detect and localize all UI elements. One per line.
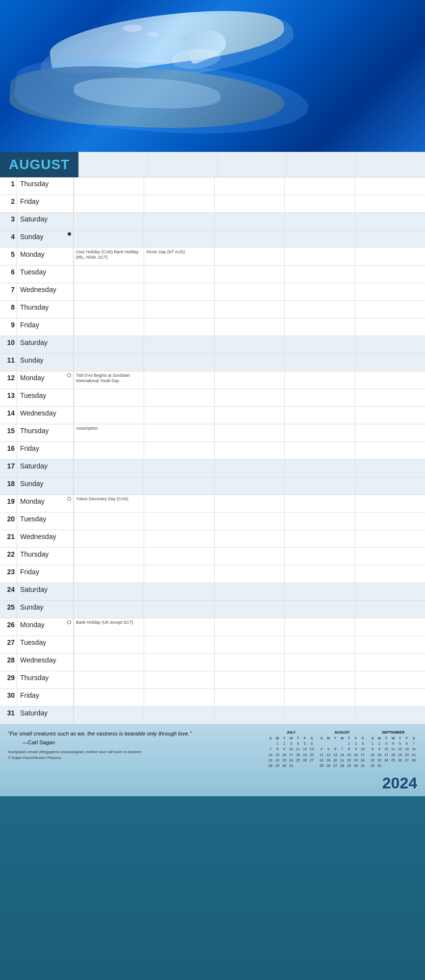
mini-cal-cell: 22 — [274, 758, 281, 763]
mini-cal-header: S — [267, 735, 274, 741]
event-cell-11-0 — [74, 354, 144, 371]
mini-cal-cell — [295, 763, 301, 768]
event-cell-24-2 — [214, 583, 284, 600]
event-cell-21-4 — [355, 530, 425, 547]
mini-cal-header: M — [325, 735, 332, 741]
day-name-28: Wednesday — [17, 654, 74, 671]
event-cell-2-2 — [214, 195, 284, 212]
mini-cal-cell: 17 — [383, 752, 390, 758]
event-cell-1-4 — [355, 177, 425, 195]
event-cell-8-4 — [355, 301, 425, 318]
event-cell-11-1 — [144, 354, 214, 371]
mini-cal-cell: 13 — [308, 746, 315, 752]
mini-cal-cell: 17 — [288, 752, 295, 758]
event-cell-13-3 — [284, 389, 354, 406]
event-cell-7-1 — [144, 283, 214, 300]
quote-text: "For small creatures such as we, the vas… — [8, 730, 259, 737]
day-cells-16 — [74, 442, 425, 459]
mini-cal-cell: 8 — [274, 746, 281, 752]
event-cell-28-1 — [144, 654, 214, 671]
event-cell-15-3 — [284, 424, 354, 441]
event-cell-26-1 — [144, 618, 214, 636]
day-name-2: Friday — [17, 195, 74, 212]
event-cell-21-2 — [214, 530, 284, 547]
day-name-11: Sunday — [17, 354, 74, 371]
cal-row-10: 10Saturday — [0, 336, 425, 354]
mini-cal-cell: 28 — [410, 758, 417, 763]
mini-cal-cell — [390, 763, 397, 768]
day-number-13: 13 — [0, 389, 17, 406]
cal-row-12: 12MondayTish b'Av Begins at Sundown Inte… — [0, 371, 425, 389]
mini-cal-cell: 18 — [295, 752, 301, 758]
event-text-5-1: Picnic Day (NT AUS) — [146, 249, 185, 254]
mini-cal-cell — [403, 763, 410, 768]
cal-row-11: 11Sunday — [0, 354, 425, 371]
day-cells-10 — [74, 336, 425, 353]
mini-cal-header: W — [339, 735, 346, 741]
day-number-15: 15 — [0, 424, 17, 441]
event-text-15-0: Assumption — [76, 426, 98, 431]
mini-cal-cell: 15 — [346, 752, 352, 758]
day-number-18: 18 — [0, 477, 17, 494]
day-number-17: 17 — [0, 460, 17, 477]
mini-cal-cell: 19 — [301, 752, 308, 758]
day-cells-24 — [74, 583, 425, 600]
mini-cal-cell: 19 — [325, 758, 332, 763]
mini-cal-cell — [308, 763, 315, 768]
mini-cal-cell: 12 — [301, 746, 308, 752]
event-cell-5-2 — [214, 248, 284, 265]
event-cell-8-2 — [214, 301, 284, 318]
august-grid: SMTWTFS123456789101112131415161718192021… — [318, 735, 366, 768]
day-number-16: 16 — [0, 442, 17, 459]
mini-cal-cell: 2 — [352, 741, 359, 746]
event-cell-2-3 — [284, 195, 354, 212]
day-number-8: 8 — [0, 301, 17, 318]
mini-cal-cell: 31 — [359, 763, 366, 768]
cal-row-24: 24Saturday — [0, 583, 425, 601]
event-text-5-0: Civic Holiday (CAN) Bank Holiday (IRL, N… — [76, 249, 139, 260]
mini-cal-cell: 10 — [359, 746, 366, 752]
mini-cal-cell: 15 — [274, 752, 281, 758]
mini-cal-cell: 3 — [288, 741, 295, 746]
event-cell-21-0 — [74, 530, 144, 547]
cal-row-17: 17Saturday — [0, 460, 425, 477]
event-cell-29-3 — [284, 671, 354, 688]
mini-cal-cell: 15 — [369, 752, 376, 758]
moon-indicator-4 — [68, 232, 71, 236]
event-cell-19-1 — [144, 495, 214, 512]
mini-cal-cell: 1 — [346, 741, 352, 746]
day-name-1: Thursday — [17, 177, 74, 195]
event-cell-24-4 — [355, 583, 425, 600]
event-cell-12-4 — [355, 371, 425, 389]
event-cell-24-0 — [74, 583, 144, 600]
event-cell-25-1 — [144, 601, 214, 618]
day-cells-17 — [74, 460, 425, 477]
mini-cal-header: S — [410, 735, 417, 741]
event-cell-7-2 — [214, 283, 284, 300]
event-cell-11-4 — [355, 354, 425, 371]
event-cell-25-3 — [284, 601, 354, 618]
mini-cal-august: AUGUST SMTWTFS12345678910111213141516171… — [318, 730, 366, 768]
event-cell-22-0 — [74, 548, 144, 565]
event-cell-17-3 — [284, 460, 354, 477]
day-number-30: 30 — [0, 689, 17, 706]
day-name-29: Thursday — [17, 671, 74, 688]
mini-cal-cell: 29 — [369, 763, 376, 768]
mini-cal-july-title: JULY — [267, 730, 315, 735]
day-number-23: 23 — [0, 565, 17, 583]
event-cell-1-1 — [144, 177, 214, 195]
event-cell-1-0 — [74, 177, 144, 195]
day-number-29: 29 — [0, 671, 17, 688]
event-cell-3-2 — [214, 213, 284, 230]
day-name-12: Monday — [17, 371, 74, 389]
event-cell-29-1 — [144, 671, 214, 688]
mini-cal-cell: 25 — [390, 758, 397, 763]
event-cell-27-2 — [214, 636, 284, 653]
event-cell-15-1 — [144, 424, 214, 441]
moon-indicator-12 — [67, 373, 71, 377]
mini-cal-cell: 2 — [281, 741, 288, 746]
day-name-27: Tuesday — [17, 636, 74, 653]
event-cell-15-4 — [355, 424, 425, 441]
day-cells-26: Bank Holiday (UK except SCT) — [74, 618, 425, 636]
event-cell-31-2 — [214, 707, 284, 724]
